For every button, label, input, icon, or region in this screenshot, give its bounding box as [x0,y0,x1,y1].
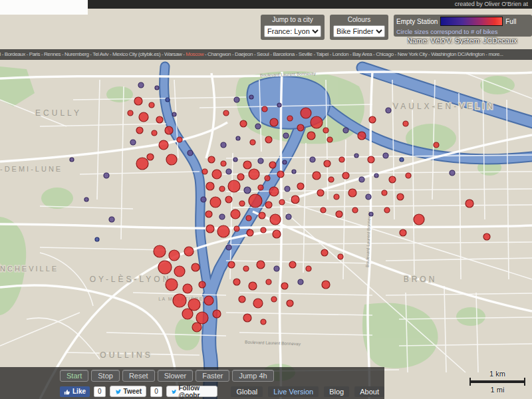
station-marker[interactable] [270,214,281,225]
city-link[interactable]: Paris [29,51,40,57]
station-marker[interactable] [384,207,390,213]
station-marker[interactable] [249,282,257,290]
station-marker[interactable] [166,154,177,165]
map-canvas[interactable]: Boulevard Laurent BonnevayBoulevard Laur… [0,0,532,399]
station-marker[interactable] [183,284,192,293]
city-link[interactable]: Nuremberg [65,51,88,57]
station-marker[interactable] [317,190,324,196]
city-link[interactable]: Daejeon [235,51,253,57]
station-marker[interactable] [219,186,225,192]
station-marker[interactable] [169,250,180,261]
station-marker[interactable] [327,137,332,142]
station-marker[interactable] [406,173,411,178]
station-marker[interactable] [374,174,378,178]
station-marker[interactable] [311,116,323,128]
city-link[interactable]: Seoul [257,51,269,57]
station-marker[interactable] [237,174,244,180]
station-marker[interactable] [343,128,348,133]
city-link[interactable]: Montreal [0,51,1,57]
station-marker[interactable] [228,180,240,192]
station-marker[interactable] [226,245,231,250]
city-link[interactable]: Washington DC/Arlington [431,51,484,57]
station-marker[interactable] [277,171,284,178]
station-marker[interactable] [188,150,193,156]
station-marker[interactable] [257,261,265,269]
station-marker[interactable] [466,200,473,207]
station-marker[interactable] [234,97,239,102]
city-link[interactable]: Rennes [44,51,61,57]
station-marker[interactable] [336,211,342,217]
station-marker[interactable] [292,170,296,174]
station-marker[interactable] [261,319,266,325]
station-marker[interactable] [243,266,249,271]
station-marker[interactable] [321,249,328,256]
station-marker[interactable] [95,237,99,241]
station-marker[interactable] [274,266,279,271]
jump-4h-button[interactable]: Jump 4h [232,370,273,382]
station-marker[interactable] [255,124,261,129]
city-link[interactable]: Chicago [376,51,394,57]
station-marker[interactable] [134,97,142,105]
station-marker[interactable] [165,126,173,134]
station-marker[interactable] [258,185,263,190]
tweet-button[interactable]: Tweet [110,386,147,397]
city-link[interactable]: Bordeaux [5,51,25,57]
station-marker[interactable] [199,281,205,288]
station-marker[interactable] [277,103,281,107]
station-marker[interactable] [339,157,344,162]
station-marker[interactable] [244,187,251,194]
station-marker[interactable] [221,142,226,148]
station-marker[interactable] [358,132,366,140]
city-link[interactable]: Tel Aviv [92,51,108,57]
city-link[interactable]: Seville [299,51,313,57]
station-marker[interactable] [221,161,226,166]
station-marker[interactable] [228,261,235,268]
station-marker[interactable] [348,189,356,197]
station-marker[interactable] [279,200,285,205]
station-marker[interactable] [269,162,276,168]
city-link[interactable]: Warsaw [164,51,182,57]
station-marker[interactable] [136,158,148,170]
station-marker[interactable] [269,187,279,196]
station-marker[interactable] [338,254,343,259]
station-marker[interactable] [354,154,358,158]
station-marker[interactable] [104,173,109,178]
station-marker[interactable] [149,102,154,108]
station-marker[interactable] [239,201,245,206]
station-marker[interactable] [322,281,330,289]
city-link[interactable]: Barcelona [273,51,294,57]
station-marker[interactable] [128,110,133,116]
station-marker[interactable] [270,118,278,126]
station-marker[interactable] [400,158,404,162]
station-marker[interactable] [287,300,293,307]
reset-button[interactable]: Reset [122,370,155,382]
station-marker[interactable] [196,312,208,324]
station-marker[interactable] [225,196,232,203]
station-marker[interactable] [239,296,245,303]
stop-button[interactable]: Stop [91,370,120,382]
station-marker[interactable] [166,98,170,102]
jump-to-city-select[interactable]: France: Lyon [264,25,321,37]
city-link[interactable]: Bay Area [352,51,372,57]
station-marker[interactable] [243,314,251,322]
station-marker[interactable] [212,170,221,179]
station-marker[interactable] [265,136,272,143]
station-marker[interactable] [321,207,326,213]
city-link[interactable]: New York City [398,51,428,57]
station-marker[interactable] [285,186,290,192]
station-marker[interactable] [205,211,212,217]
station-marker[interactable] [250,140,255,145]
station-marker[interactable] [192,323,201,332]
station-marker[interactable] [234,226,239,231]
station-marker[interactable] [152,130,157,136]
facebook-like-button[interactable]: Like [60,386,90,397]
station-marker[interactable] [177,137,182,142]
global-link[interactable]: Global [231,386,263,397]
station-marker[interactable] [307,132,315,140]
station-marker[interactable] [352,207,358,213]
station-marker[interactable] [231,209,240,219]
station-marker[interactable] [139,112,148,122]
station-marker[interactable] [323,128,329,133]
station-marker[interactable] [154,245,166,257]
station-marker[interactable] [219,214,225,219]
